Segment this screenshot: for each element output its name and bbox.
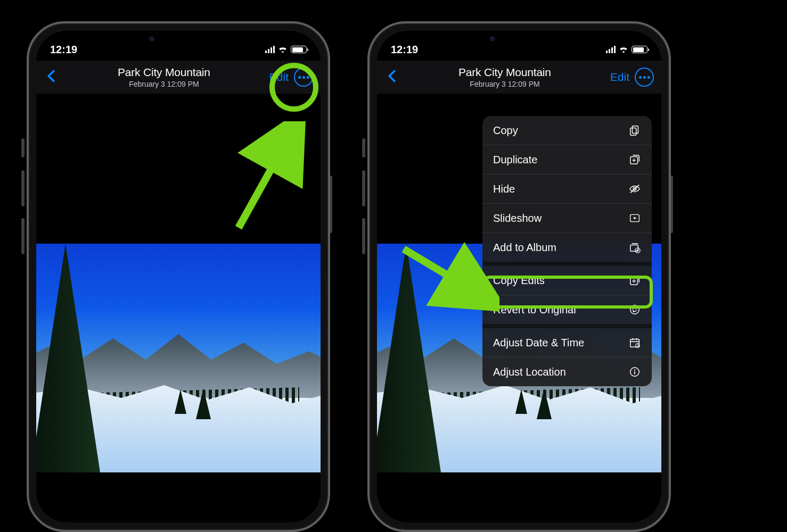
status-time: 12:19 [50,44,77,56]
mute-switch[interactable] [362,138,365,157]
battery-icon [632,46,647,53]
info-icon [628,365,641,378]
nav-header: Park City Mountain February 3 12:09 PM E… [377,61,661,94]
menu-item-adjust-date[interactable]: Adjust Date & Time [482,328,652,358]
svg-rect-9 [630,278,638,285]
menu-item-label: Revert to Original [493,304,576,316]
album-add-icon [628,241,641,254]
battery-icon [291,46,307,53]
svg-point-15 [634,369,635,370]
menu-item-duplicate[interactable]: Duplicate [482,145,652,174]
nav-subtitle: February 3 12:09 PM [399,80,610,88]
cellular-icon [265,46,275,53]
play-rect-icon [628,212,641,225]
phone-mockup-right: 12:19 Park City Mountain February 3 12:0… [367,21,671,532]
menu-item-add-to-album[interactable]: Add to Album [482,233,652,266]
copy-edits-icon [628,274,641,287]
edit-button[interactable]: Edit [269,71,289,84]
volume-up-button[interactable] [362,170,365,206]
menu-item-hide[interactable]: Hide [482,174,652,204]
nav-title: Park City Mountain [59,66,269,79]
mute-switch[interactable] [21,138,24,157]
volume-down-button[interactable] [362,218,365,254]
copy-icon [628,124,641,137]
more-button[interactable] [635,68,654,87]
menu-item-label: Hide [493,183,515,195]
svg-rect-2 [630,128,636,135]
back-button[interactable] [44,68,59,86]
menu-item-label: Duplicate [493,154,537,166]
nav-title: Park City Mountain [399,66,610,79]
menu-item-adjust-location[interactable]: Adjust Location [482,358,652,386]
wifi-icon [278,46,288,53]
menu-item-copy[interactable]: Copy [482,116,652,145]
volume-up-button[interactable] [21,170,24,206]
svg-rect-1 [632,126,638,134]
revert-icon [628,303,641,316]
nav-header: Park City Mountain February 3 12:09 PM E… [36,61,321,94]
menu-item-revert[interactable]: Revert to Original [482,295,652,328]
notch [122,31,234,49]
screen: 12:19 Park City Mountain February 3 12:0… [36,31,321,522]
menu-item-label: Copy [493,124,518,137]
calendar-icon [628,336,641,349]
duplicate-icon [628,153,641,166]
more-button[interactable] [294,68,313,87]
cellular-icon [606,46,616,53]
context-menu: Copy Duplicate Hide Slideshow [482,116,652,386]
menu-item-label: Copy Edits [493,275,545,287]
menu-item-slideshow[interactable]: Slideshow [482,204,652,233]
wifi-icon [619,46,628,53]
photo-viewer[interactable] [36,244,321,472]
annotation-arrow [228,121,308,238]
chevron-left-icon [47,70,55,82]
eye-slash-icon [628,182,641,195]
volume-down-button[interactable] [21,218,24,254]
menu-item-label: Add to Album [493,242,556,254]
phone-mockup-left: 12:19 Park City Mountain February 3 12:0… [27,21,330,532]
notch [463,31,575,49]
menu-item-label: Slideshow [493,212,542,225]
nav-subtitle: February 3 12:09 PM [59,80,269,88]
menu-item-label: Adjust Date & Time [493,337,584,349]
screen: 12:19 Park City Mountain February 3 12:0… [377,31,661,522]
edit-button[interactable]: Edit [610,71,629,84]
status-time: 12:19 [391,44,418,56]
menu-item-label: Adjust Location [493,366,566,378]
chevron-left-icon [388,70,396,82]
back-button[interactable] [384,68,399,86]
menu-item-copy-edits[interactable]: Copy Edits [482,266,652,295]
svg-line-0 [239,132,292,228]
svg-point-11 [630,305,640,314]
svg-point-10 [633,280,635,282]
